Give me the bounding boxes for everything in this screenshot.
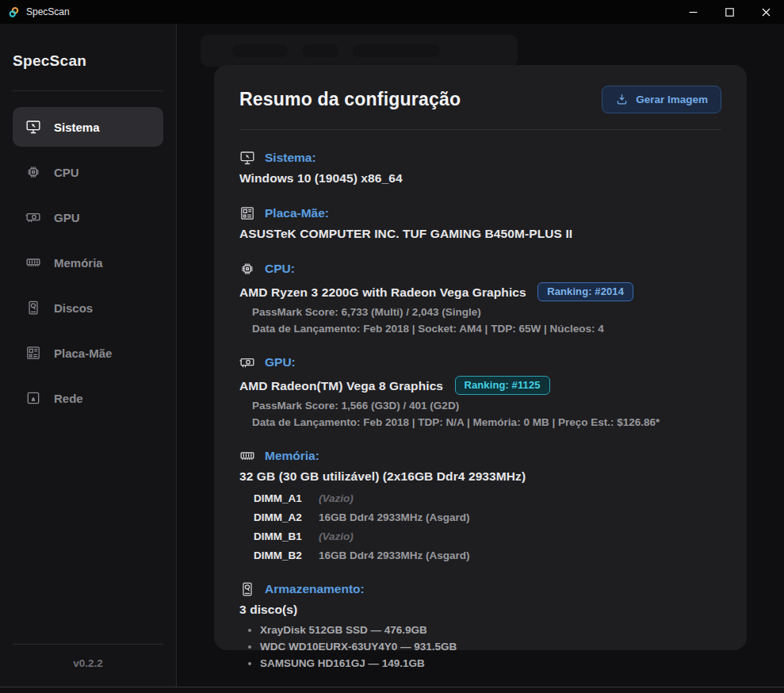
page-title: Resumo da configuração	[239, 89, 461, 110]
gpu-name: AMD Radeon(TM) Vega 8 Graphics	[239, 379, 443, 392]
cpu-name: AMD Ryzen 3 2200G with Radeon Vega Graph…	[239, 285, 526, 299]
table-row: DIMM_B2 16GB Ddr4 2933MHz (Asgard)	[254, 549, 721, 561]
disk-list: XrayDisk 512GB SSD — 476.9GB WDC WD10EUR…	[260, 624, 721, 669]
gpu-passmark: PassMark Score: 1,566 (G3D) / 401 (G2D)	[252, 400, 721, 412]
ram-icon	[25, 255, 41, 270]
section-cpu: CPU: AMD Ryzen 3 2200G with Radeon Vega …	[239, 261, 721, 335]
list-item: WDC WD10EURX-63UY4Y0 — 931.5GB	[260, 641, 721, 653]
sidebar-item-memoria[interactable]: Memória	[13, 243, 163, 282]
sidebar-footer-divider	[13, 644, 163, 645]
section-sistema-header: Sistema:	[239, 150, 721, 166]
section-armazenamento-header: Armazenamento:	[239, 581, 721, 597]
maximize-button[interactable]	[711, 0, 748, 24]
network-icon	[25, 390, 41, 406]
sidebar-item-label: Memória	[54, 256, 103, 270]
section-label: Placa-Mãe:	[265, 206, 329, 220]
window-controls	[675, 0, 784, 24]
section-placa-mae: Placa-Mãe: ASUSTeK COMPUTER INC. TUF GAM…	[239, 205, 721, 241]
sidebar-item-label: Discos	[54, 301, 93, 315]
section-label: GPU:	[265, 355, 296, 369]
section-label: Sistema:	[265, 151, 316, 165]
sidebar-item-label: Placa-Mãe	[54, 346, 112, 360]
section-sistema: Sistema: Windows 10 (19045) x86_64	[239, 150, 721, 186]
app-window: SpecScan SpecScan Sistema	[0, 0, 784, 693]
ram-icon	[239, 448, 255, 464]
hdd-icon	[239, 581, 255, 597]
sidebar-item-label: Rede	[54, 392, 83, 405]
motherboard-value: ASUSTeK COMPUTER INC. TUF GAMING B450M-P…	[239, 227, 721, 241]
dimmed-background-content	[201, 35, 518, 67]
monitor-icon	[25, 119, 41, 135]
sidebar-item-cpu[interactable]: CPU	[13, 152, 163, 192]
dimm-table: DIMM_A1 (Vazio) DIMM_A2 16GB Ddr4 2933MH…	[254, 492, 721, 561]
sidebar-item-sistema[interactable]: Sistema	[13, 107, 163, 147]
sidebar-item-label: GPU	[54, 211, 80, 224]
motherboard-icon	[25, 345, 41, 361]
sidebar-footer: v0.2.2	[13, 644, 163, 687]
table-row: DIMM_A1 (Vazio)	[254, 492, 721, 504]
sidebar-divider	[13, 90, 163, 91]
window-bottom-edge	[0, 687, 784, 693]
ghost-blob	[353, 44, 440, 57]
cpu-details: Data de Lançamento: Feb 2018 | Socket: A…	[252, 323, 721, 335]
dimm-value: (Vazio)	[319, 530, 354, 542]
sidebar-item-placa-mae[interactable]: Placa-Mãe	[13, 333, 163, 373]
maximize-icon	[725, 8, 734, 17]
sidebar: SpecScan Sistema CPU GPU Memória	[0, 24, 177, 687]
cpu-passmark: PassMark Score: 6,733 (Multi) / 2,043 (S…	[252, 306, 721, 318]
minimize-icon	[689, 8, 698, 17]
titlebar: SpecScan	[0, 0, 784, 24]
generate-image-label: Gerar Imagem	[636, 94, 708, 105]
card-divider	[239, 129, 721, 130]
section-cpu-header: CPU:	[239, 261, 721, 277]
gpu-card-icon	[239, 354, 255, 370]
section-gpu: GPU: AMD Radeon(TM) Vega 8 Graphics Rank…	[239, 354, 721, 428]
sidebar-brand: SpecScan	[13, 52, 163, 70]
monitor-icon	[239, 150, 255, 166]
close-icon	[762, 8, 771, 17]
section-label: CPU:	[265, 262, 295, 276]
section-memoria: Memória: 32 GB (30 GB utilizável) (2x16G…	[239, 448, 721, 561]
sidebar-item-label: Sistema	[54, 121, 100, 134]
sidebar-item-gpu[interactable]: GPU	[13, 197, 163, 237]
app-version: v0.2.2	[13, 657, 163, 669]
generate-image-button[interactable]: Gerar Imagem	[602, 86, 721, 113]
sidebar-item-label: CPU	[54, 166, 79, 179]
download-icon	[615, 93, 629, 106]
app-logo-icon	[8, 6, 20, 18]
cpu-ranking-badge: Ranking: #2014	[537, 282, 633, 301]
dimm-slot: DIMM_A1	[254, 492, 309, 504]
motherboard-icon	[239, 205, 255, 221]
cpu-chip-icon	[239, 261, 255, 277]
section-memoria-header: Memória:	[239, 448, 721, 464]
gpu-ranking-badge: Ranking: #1125	[455, 376, 550, 395]
section-label: Memória:	[265, 449, 319, 463]
gpu-card-icon	[25, 209, 41, 225]
table-row: DIMM_A2 16GB Ddr4 2933MHz (Asgard)	[254, 511, 721, 523]
dimm-value: 16GB Ddr4 2933MHz (Asgard)	[319, 511, 470, 523]
dimm-slot: DIMM_B1	[254, 530, 309, 542]
dimm-value: 16GB Ddr4 2933MHz (Asgard)	[319, 549, 470, 561]
section-placa-mae-header: Placa-Mãe:	[239, 205, 721, 221]
section-armazenamento: Armazenamento: 3 disco(s) XrayDisk 512GB…	[239, 581, 721, 669]
dimm-value: (Vazio)	[319, 492, 354, 504]
disk-count-value: 3 disco(s)	[239, 603, 721, 617]
sidebar-item-rede[interactable]: Rede	[13, 378, 163, 418]
gpu-details: Data de Lançamento: Feb 2018 | TDP: N/A …	[252, 416, 721, 428]
table-row: DIMM_B1 (Vazio)	[254, 530, 721, 542]
summary-card: Resumo da configuração Gerar Imagem Sist…	[214, 65, 747, 650]
sidebar-item-discos[interactable]: Discos	[13, 288, 163, 327]
dimm-slot: DIMM_B2	[254, 549, 309, 561]
hdd-icon	[25, 300, 41, 316]
sidebar-nav: Sistema CPU GPU Memória Discos	[13, 107, 163, 418]
os-value: Windows 10 (19045) x86_64	[239, 171, 721, 186]
section-label: Armazenamento:	[265, 582, 365, 596]
list-item: SAMSUNG HD161GJ — 149.1GB	[260, 657, 721, 669]
memory-total-value: 32 GB (30 GB utilizável) (2x16GB Ddr4 29…	[239, 469, 721, 484]
titlebar-app-name: SpecScan	[26, 6, 70, 17]
list-item: XrayDisk 512GB SSD — 476.9GB	[260, 624, 721, 636]
close-button[interactable]	[748, 0, 784, 24]
main-area: Resumo da configuração Gerar Imagem Sist…	[177, 24, 784, 687]
minimize-button[interactable]	[675, 0, 711, 24]
card-header: Resumo da configuração Gerar Imagem	[239, 65, 721, 113]
